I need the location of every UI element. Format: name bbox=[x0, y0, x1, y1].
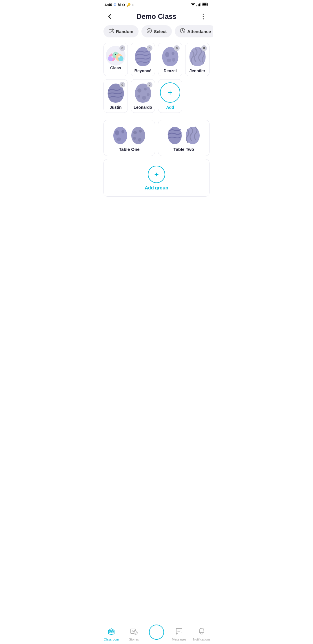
student-card-justin[interactable]: 0 Justin bbox=[103, 79, 128, 113]
svg-point-47 bbox=[139, 130, 142, 133]
svg-rect-3 bbox=[200, 3, 201, 6]
add-student-circle: + bbox=[160, 82, 180, 103]
svg-point-45 bbox=[131, 127, 145, 144]
status-g-icon: G bbox=[114, 3, 116, 7]
select-label: Select bbox=[154, 29, 167, 34]
student-grid: 0 Class bbox=[100, 41, 213, 114]
student-card-beyonce[interactable]: 0 Beyoncé bbox=[131, 43, 155, 76]
random-button[interactable]: Random bbox=[103, 25, 139, 37]
svg-point-7 bbox=[203, 16, 204, 17]
status-dot: • bbox=[132, 3, 134, 7]
group-card-table-two[interactable]: Table Two bbox=[158, 120, 210, 156]
page-title: Demo Class bbox=[115, 12, 198, 21]
attendance-button[interactable]: Attendance bbox=[175, 25, 213, 37]
wifi-icon bbox=[190, 2, 196, 7]
svg-point-41 bbox=[113, 127, 127, 144]
svg-point-50 bbox=[168, 127, 182, 144]
groups-section: Table One Table Two bbox=[100, 114, 213, 200]
add-student-card[interactable]: + Add bbox=[158, 79, 182, 113]
battery-icon bbox=[202, 3, 208, 7]
jennifer-badge: 0 bbox=[201, 45, 207, 51]
add-group-card[interactable]: + Add group bbox=[103, 159, 210, 197]
attendance-icon bbox=[180, 28, 185, 35]
svg-rect-1 bbox=[198, 4, 199, 6]
beyonce-name: Beyoncé bbox=[134, 68, 151, 73]
svg-rect-0 bbox=[196, 5, 197, 6]
svg-point-42 bbox=[115, 130, 119, 135]
select-icon bbox=[147, 28, 152, 35]
status-key-icon: 🔑 bbox=[126, 3, 131, 7]
table-one-eggs bbox=[112, 125, 147, 144]
add-group-label: Add group bbox=[145, 185, 168, 191]
status-rec-icon: ⊙ bbox=[122, 3, 125, 7]
add-group-circle: + bbox=[148, 166, 165, 183]
status-bar: 4:40 G M ⊙ 🔑 • bbox=[100, 0, 213, 8]
table-one-name: Table One bbox=[119, 147, 139, 152]
svg-point-21 bbox=[119, 57, 119, 57]
table-two-eggs bbox=[166, 125, 201, 144]
svg-point-8 bbox=[203, 18, 204, 19]
svg-point-43 bbox=[121, 130, 124, 133]
svg-point-48 bbox=[133, 137, 136, 140]
back-button[interactable] bbox=[105, 11, 115, 22]
svg-point-19 bbox=[115, 54, 116, 55]
svg-point-6 bbox=[203, 14, 204, 15]
svg-point-46 bbox=[133, 131, 137, 134]
action-buttons-row: Random Select Attendance bbox=[100, 25, 213, 41]
student-card-leonardo[interactable]: 0 Leonardo bbox=[131, 79, 155, 113]
svg-point-49 bbox=[138, 138, 141, 142]
class-name: Class bbox=[110, 66, 121, 70]
status-time: 4:40 bbox=[105, 3, 112, 7]
status-m-icon: M bbox=[118, 3, 121, 7]
student-card-denzel[interactable]: 0 Denzel bbox=[158, 43, 182, 76]
svg-rect-2 bbox=[199, 3, 200, 6]
svg-rect-5 bbox=[203, 3, 207, 6]
random-icon bbox=[109, 28, 114, 34]
select-button[interactable]: Select bbox=[141, 25, 172, 37]
svg-point-44 bbox=[117, 138, 121, 141]
class-badge: 0 bbox=[119, 45, 125, 51]
justin-name: Justin bbox=[110, 105, 121, 110]
random-label: Random bbox=[116, 29, 133, 34]
more-options-button[interactable] bbox=[198, 11, 208, 22]
leonardo-name: Leonardo bbox=[134, 105, 152, 110]
student-card-class[interactable]: 0 Class bbox=[103, 43, 128, 76]
svg-point-17 bbox=[112, 57, 112, 57]
group-card-table-one[interactable]: Table One bbox=[103, 120, 155, 156]
denzel-name: Denzel bbox=[163, 68, 176, 73]
signal-icon bbox=[196, 2, 201, 7]
groups-row: Table One Table Two bbox=[103, 120, 210, 156]
denzel-badge: 0 bbox=[174, 45, 180, 51]
beyonce-badge: 0 bbox=[147, 45, 152, 51]
attendance-label: Attendance bbox=[187, 29, 211, 34]
leonardo-badge: 0 bbox=[147, 82, 152, 88]
student-card-jennifer[interactable]: 0 Jennifer bbox=[185, 43, 210, 76]
justin-badge: 0 bbox=[119, 82, 125, 88]
svg-point-9 bbox=[147, 28, 152, 33]
add-student-label: Add bbox=[166, 105, 174, 110]
jennifer-name: Jennifer bbox=[190, 68, 205, 73]
table-two-name: Table Two bbox=[173, 147, 194, 152]
page-header: Demo Class bbox=[100, 8, 213, 25]
